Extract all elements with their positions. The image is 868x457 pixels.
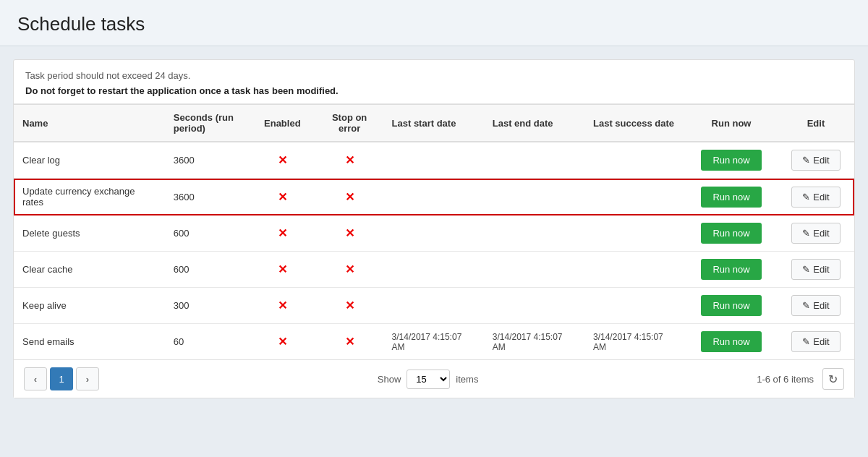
x-mark-icon: ✕ bbox=[345, 336, 354, 348]
cell-name: Clear log bbox=[14, 142, 165, 179]
cell-enabled: ✕ bbox=[249, 324, 316, 360]
run-now-button[interactable]: Run now bbox=[701, 259, 761, 280]
cell-name: Update currency exchange rates bbox=[14, 179, 165, 215]
run-now-button[interactable]: Run now bbox=[701, 223, 761, 244]
cell-enabled: ✕ bbox=[249, 288, 316, 324]
edit-button[interactable]: ✎Edit bbox=[791, 187, 840, 208]
cell-last-end bbox=[484, 288, 584, 324]
pencil-icon: ✎ bbox=[802, 228, 810, 239]
cell-enabled: ✕ bbox=[249, 179, 316, 215]
cell-run-now: Run now bbox=[685, 252, 778, 288]
cell-run-now: Run now bbox=[685, 215, 778, 252]
cell-enabled: ✕ bbox=[249, 215, 316, 252]
pencil-icon: ✎ bbox=[802, 264, 810, 275]
cell-seconds: 600 bbox=[165, 252, 249, 288]
info-block: Task period should not exceed 24 days. D… bbox=[14, 60, 854, 104]
table-header-row: Name Seconds (run period) Enabled Stop o… bbox=[14, 105, 854, 142]
cell-last-success bbox=[584, 252, 685, 288]
x-mark-icon: ✕ bbox=[345, 191, 354, 203]
edit-button[interactable]: ✎Edit bbox=[791, 259, 840, 280]
cell-run-now: Run now bbox=[685, 288, 778, 324]
cell-seconds: 600 bbox=[165, 215, 249, 252]
header-name: Name bbox=[14, 105, 165, 142]
info-line2: Do not forget to restart the application… bbox=[25, 85, 843, 96]
cell-seconds: 3600 bbox=[165, 179, 249, 215]
header-run-now: Run now bbox=[685, 105, 778, 142]
table-row: Update currency exchange rates 3600 ✕ ✕ … bbox=[14, 179, 854, 215]
cell-last-start: 3/14/2017 4:15:07 AM bbox=[383, 324, 484, 360]
pagination-right: 1-6 of 6 items ↻ bbox=[757, 368, 844, 390]
next-page-button[interactable]: › bbox=[76, 367, 99, 390]
header-last-start: Last start date bbox=[383, 105, 484, 142]
cell-seconds: 3600 bbox=[165, 142, 249, 179]
info-line1: Task period should not exceed 24 days. bbox=[25, 70, 843, 81]
cell-edit: ✎Edit bbox=[778, 142, 854, 179]
cell-last-success bbox=[584, 215, 685, 252]
pencil-icon: ✎ bbox=[802, 155, 810, 166]
header-edit: Edit bbox=[778, 105, 854, 142]
cell-edit: ✎Edit bbox=[778, 324, 854, 360]
header-last-success: Last success date bbox=[584, 105, 685, 142]
cell-enabled: ✕ bbox=[249, 252, 316, 288]
cell-edit: ✎Edit bbox=[778, 179, 854, 215]
x-mark-icon: ✕ bbox=[345, 299, 354, 312]
cell-run-now: Run now bbox=[685, 142, 778, 179]
cell-name: Delete guests bbox=[14, 215, 165, 252]
cell-name: Send emails bbox=[14, 324, 165, 360]
cell-name: Clear cache bbox=[14, 252, 165, 288]
x-mark-icon: ✕ bbox=[345, 227, 354, 239]
pagination-bar: ‹ 1 › Show 15 25 50 100 items 1-6 of 6 i… bbox=[14, 359, 854, 398]
run-now-button[interactable]: Run now bbox=[701, 295, 761, 316]
run-now-button[interactable]: Run now bbox=[701, 331, 761, 352]
cell-stop-on-error: ✕ bbox=[316, 215, 383, 252]
header-last-end: Last end date bbox=[484, 105, 584, 142]
cell-seconds: 60 bbox=[165, 324, 249, 360]
cell-last-success bbox=[584, 288, 685, 324]
items-label: items bbox=[456, 374, 478, 385]
cell-name: Keep alive bbox=[14, 288, 165, 324]
cell-run-now: Run now bbox=[685, 324, 778, 360]
x-mark-icon: ✕ bbox=[278, 299, 287, 312]
cell-last-end: 3/14/2017 4:15:07 AM bbox=[484, 324, 584, 360]
header-enabled: Enabled bbox=[249, 105, 316, 142]
refresh-button[interactable]: ↻ bbox=[822, 368, 844, 390]
table-row: Keep alive 300 ✕ ✕ Run now ✎Edit bbox=[14, 288, 854, 324]
show-label: Show bbox=[378, 374, 401, 385]
cell-last-success: 3/14/2017 4:15:07 AM bbox=[584, 324, 685, 360]
cell-edit: ✎Edit bbox=[778, 215, 854, 252]
page-1-button[interactable]: 1 bbox=[50, 367, 73, 390]
cell-last-end bbox=[484, 142, 584, 179]
cell-stop-on-error: ✕ bbox=[316, 288, 383, 324]
cell-last-start bbox=[383, 179, 484, 215]
cell-stop-on-error: ✕ bbox=[316, 179, 383, 215]
table-row: Clear log 3600 ✕ ✕ Run now ✎Edit bbox=[14, 142, 854, 179]
cell-last-end bbox=[484, 252, 584, 288]
pencil-icon: ✎ bbox=[802, 300, 810, 311]
items-per-page-select[interactable]: 15 25 50 100 bbox=[407, 370, 450, 389]
cell-last-start bbox=[383, 252, 484, 288]
pagination-center: Show 15 25 50 100 items bbox=[378, 370, 479, 389]
page-header: Schedule tasks bbox=[0, 0, 868, 46]
header-stop-on-error: Stop on error bbox=[316, 105, 383, 142]
pencil-icon: ✎ bbox=[802, 192, 810, 202]
page-content: Task period should not exceed 24 days. D… bbox=[13, 59, 855, 398]
prev-page-button[interactable]: ‹ bbox=[24, 367, 47, 390]
edit-button[interactable]: ✎Edit bbox=[791, 150, 840, 171]
cell-edit: ✎Edit bbox=[778, 252, 854, 288]
x-mark-icon: ✕ bbox=[278, 191, 287, 203]
table-row: Send emails 60 ✕ ✕ 3/14/2017 4:15:07 AM … bbox=[14, 324, 854, 360]
edit-button[interactable]: ✎Edit bbox=[791, 331, 840, 352]
cell-last-success bbox=[584, 179, 685, 215]
cell-last-start bbox=[383, 288, 484, 324]
x-mark-icon: ✕ bbox=[278, 227, 287, 239]
run-now-button[interactable]: Run now bbox=[701, 187, 761, 208]
cell-stop-on-error: ✕ bbox=[316, 142, 383, 179]
run-now-button[interactable]: Run now bbox=[701, 150, 761, 171]
table-row: Delete guests 600 ✕ ✕ Run now ✎Edit bbox=[14, 215, 854, 252]
cell-stop-on-error: ✕ bbox=[316, 324, 383, 360]
cell-last-start bbox=[383, 142, 484, 179]
cell-stop-on-error: ✕ bbox=[316, 252, 383, 288]
edit-button[interactable]: ✎Edit bbox=[791, 223, 840, 244]
cell-seconds: 300 bbox=[165, 288, 249, 324]
edit-button[interactable]: ✎Edit bbox=[791, 295, 840, 316]
